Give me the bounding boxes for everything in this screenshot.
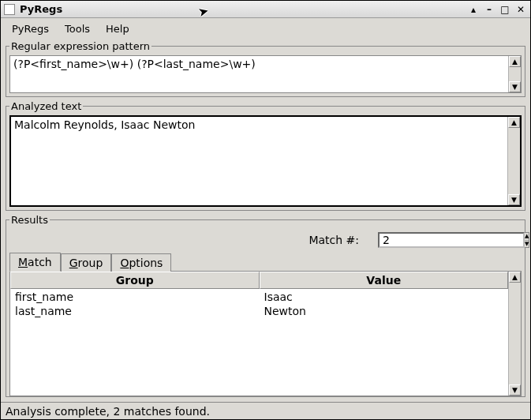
status-text: Analysis complete, 2 matches found. xyxy=(6,405,210,418)
scroll-down-icon[interactable]: ▼ xyxy=(508,194,520,205)
pattern-section: Regular expression pattern ▲ ▼ xyxy=(6,40,525,97)
minimize-button[interactable]: – xyxy=(483,4,495,15)
app-icon xyxy=(4,4,15,15)
window-title: PyRegs xyxy=(20,3,62,15)
cell-value: Newton xyxy=(260,304,509,318)
results-legend: Results xyxy=(9,214,50,226)
scroll-down-icon[interactable]: ▼ xyxy=(509,81,521,92)
scroll-up-icon[interactable]: ▲ xyxy=(509,56,521,67)
match-number-label: Match #: xyxy=(309,234,359,246)
pattern-legend: Regular expression pattern xyxy=(9,40,151,52)
maximize-button[interactable]: □ xyxy=(499,4,511,15)
column-group[interactable]: Group xyxy=(10,272,260,289)
scroll-up-icon[interactable]: ▲ xyxy=(508,117,520,128)
cell-group: first_name xyxy=(10,290,260,304)
results-section: Results Match #: ▲ ▼ Match Group Options xyxy=(6,214,525,397)
menu-help[interactable]: Help xyxy=(98,21,137,37)
results-table: Group Value first_name Isaac last_name N… xyxy=(10,272,508,396)
tab-match-label: M xyxy=(18,256,28,268)
match-number-spinner[interactable]: ▲ ▼ xyxy=(378,232,518,248)
spin-down-icon[interactable]: ▼ xyxy=(525,241,529,248)
pattern-input[interactable] xyxy=(10,56,508,92)
titlebar: PyRegs ▴ – □ ✕ ➤ xyxy=(1,1,530,18)
tab-options-label: O xyxy=(120,257,129,269)
scroll-down-icon[interactable]: ▼ xyxy=(509,384,521,396)
table-row[interactable]: last_name Newton xyxy=(10,304,508,318)
close-button[interactable]: ✕ xyxy=(514,4,527,15)
match-number-input[interactable] xyxy=(378,232,525,248)
table-row[interactable]: first_name Isaac xyxy=(10,290,508,304)
column-value[interactable]: Value xyxy=(260,272,509,289)
tab-group[interactable]: Group xyxy=(61,253,112,272)
analyzed-section: Analyzed text ▲ ▼ xyxy=(6,100,525,211)
menu-tools[interactable]: Tools xyxy=(57,21,98,37)
analyzed-input[interactable] xyxy=(11,117,507,205)
rollup-button[interactable]: ▴ xyxy=(467,4,480,15)
tab-options[interactable]: Options xyxy=(111,253,171,272)
results-panel: Group Value first_name Isaac last_name N… xyxy=(9,271,522,396)
pattern-scrollbar[interactable]: ▲ ▼ xyxy=(508,56,521,92)
tab-match[interactable]: Match xyxy=(9,253,61,272)
cell-value: Isaac xyxy=(260,290,509,304)
analyzed-scrollbar[interactable]: ▲ ▼ xyxy=(507,117,520,205)
tab-group-label: G xyxy=(69,257,78,269)
statusbar: Analysis complete, 2 matches found. xyxy=(1,402,530,419)
analyzed-legend: Analyzed text xyxy=(9,100,83,112)
cell-group: last_name xyxy=(10,304,260,318)
menubar: PyRegs Tools Help xyxy=(1,18,530,39)
spin-up-icon[interactable]: ▲ xyxy=(525,233,529,241)
results-tabs: Match Group Options xyxy=(9,253,522,272)
table-scrollbar[interactable]: ▲ ▼ xyxy=(508,272,521,396)
menu-pyregs[interactable]: PyRegs xyxy=(4,21,57,37)
scroll-up-icon[interactable]: ▲ xyxy=(509,272,521,283)
